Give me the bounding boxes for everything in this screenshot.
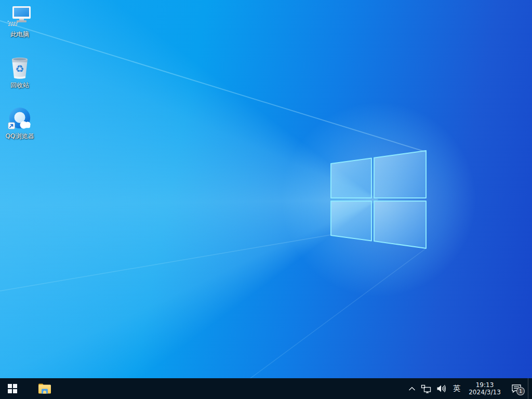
file-explorer-icon	[38, 383, 51, 394]
tray-chevron-button[interactable]	[406, 378, 418, 399]
network-status-button[interactable]	[418, 378, 434, 399]
shortcut-arrow-badge	[8, 123, 15, 129]
network-icon	[421, 384, 431, 393]
svg-text:♻: ♻	[15, 63, 24, 74]
desktop-icon-label: QQ浏览器	[6, 132, 34, 140]
start-icon	[8, 384, 17, 393]
desktop-icon-label: 此电脑	[10, 31, 29, 38]
taskbar-empty-area	[57, 378, 406, 399]
show-desktop-button[interactable]	[528, 378, 532, 399]
clock[interactable]: 19:13 2024/3/13	[464, 378, 505, 399]
desktop-icon-this-pc[interactable]: 此电脑	[0, 1, 39, 51]
clock-time: 19:13	[476, 381, 494, 389]
this-pc-icon	[7, 4, 32, 29]
desktop-wallpaper	[0, 0, 532, 399]
volume-icon	[436, 384, 446, 393]
file-explorer-button[interactable]	[32, 378, 57, 399]
desktop-icon-qq-browser[interactable]: QQ浏览器	[0, 103, 39, 153]
action-center-button[interactable]: 1	[505, 378, 528, 399]
recycle-bin-icon: ♻	[7, 55, 32, 80]
desktop-icon-label: 回收站	[10, 82, 29, 89]
desktop-icon-grid: 此电脑 ♻ 回收站	[0, 1, 41, 154]
language-indicator[interactable]: 英	[449, 378, 464, 399]
qq-browser-icon	[7, 106, 32, 131]
system-tray: 英 19:13 2024/3/13 1	[406, 378, 532, 399]
clock-date: 2024/3/13	[469, 389, 501, 396]
taskbar: 英 19:13 2024/3/13 1	[0, 378, 532, 399]
chevron-up-icon	[408, 387, 416, 391]
volume-button[interactable]	[434, 378, 449, 399]
language-label: 英	[453, 384, 460, 393]
desktop-icon-recycle-bin[interactable]: ♻ 回收站	[0, 52, 39, 102]
start-button[interactable]	[0, 378, 25, 399]
notification-badge: 1	[516, 387, 525, 395]
